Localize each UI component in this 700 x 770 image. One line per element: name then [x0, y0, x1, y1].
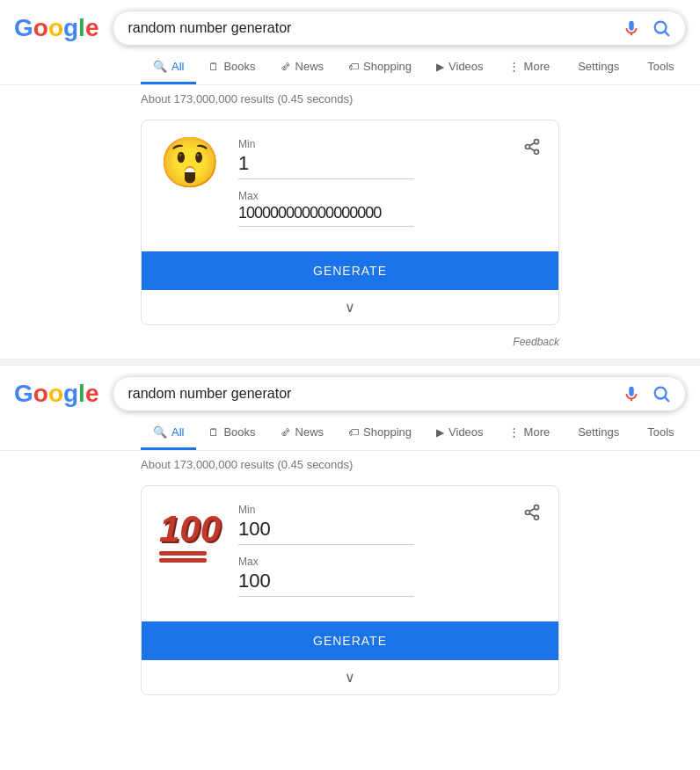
feedback-label-top: Feedback	[513, 336, 559, 348]
tab-videos-bottom[interactable]: ▶ Videos	[424, 417, 496, 450]
inputs-top-row: Min 1 Max 100000000000000000	[238, 138, 541, 237]
results-info-bottom: About 173,000,000 results (0.45 seconds)	[0, 451, 700, 478]
svg-line-5	[529, 148, 535, 150]
google-logo-top[interactable]: Google	[14, 14, 98, 42]
generator-card-top: 😲 Min 1 Max 100000000000000000	[141, 120, 559, 325]
min-value-bottom[interactable]: 100	[238, 518, 414, 545]
search-input-bottom[interactable]: random number generator	[128, 386, 622, 402]
section-top: Google random number generator 🔍 All	[0, 0, 700, 359]
svg-point-3	[526, 145, 530, 149]
header-bottom: Google random number generator	[0, 366, 700, 411]
tab-books-bottom[interactable]: 🗒 Books	[196, 417, 267, 450]
inputs-area-top: Min 1 Max 100000000000000000	[238, 138, 541, 237]
svg-point-2	[535, 140, 539, 144]
tab-videos-top[interactable]: ▶ Videos	[424, 51, 496, 84]
share-button-bottom[interactable]	[523, 504, 541, 525]
tab-all-icon-top: 🔍	[153, 60, 167, 73]
min-label-bottom: Min	[238, 504, 414, 516]
tab-all-bottom[interactable]: 🔍 All	[141, 417, 196, 450]
svg-line-12	[529, 513, 535, 516]
fields-top: Min 1 Max 100000000000000000	[238, 138, 414, 237]
tab-books-icon-bottom: 🗒	[208, 426, 219, 439]
google-logo-bottom[interactable]: Google	[14, 380, 98, 408]
tab-more-bottom[interactable]: ⋮ More	[496, 417, 563, 450]
feedback-top[interactable]: Feedback	[0, 332, 700, 359]
tab-books-top[interactable]: 🗒 Books	[196, 51, 267, 84]
min-value-top[interactable]: 1	[238, 152, 414, 179]
tab-videos-icon-bottom: ▶	[436, 426, 444, 439]
logo-g2-b: g	[63, 380, 78, 408]
min-label-top: Min	[238, 138, 414, 150]
tab-videos-label-bottom: Videos	[448, 425, 484, 439]
card-body-top: 😲 Min 1 Max 100000000000000000	[142, 120, 558, 251]
max-label-top: Max	[238, 190, 414, 202]
tab-more-label-bottom: More	[524, 425, 551, 439]
tab-tools-top[interactable]: Tools	[635, 51, 686, 84]
card-footer-bottom[interactable]: ∨	[142, 660, 558, 694]
tab-shopping-label-bottom: Shopping	[363, 425, 412, 439]
mic-icon-bottom[interactable]	[622, 384, 641, 403]
tab-news-icon-bottom: 🗞	[281, 426, 291, 439]
search-icons-top	[622, 18, 671, 38]
search-bar-bottom[interactable]: random number generator	[113, 376, 686, 411]
tab-shopping-label-top: Shopping	[363, 60, 412, 73]
logo-g: G	[14, 14, 33, 42]
generator-emoji-bottom: 100	[159, 504, 221, 563]
tab-shopping-icon-bottom: 🏷	[348, 426, 359, 439]
hundred-text: 100	[159, 511, 221, 548]
nav-tabs-bottom: 🔍 All 🗒 Books 🗞 News 🏷 Shopping ▶ Videos…	[0, 411, 700, 451]
svg-point-4	[535, 149, 539, 154]
generate-button-bottom[interactable]: GENERATE	[142, 621, 558, 660]
logo-o1-b: o	[33, 380, 48, 408]
logo-e: e	[85, 14, 99, 42]
tab-all-label-top: All	[171, 60, 184, 73]
max-field-bottom: Max 100	[238, 556, 414, 597]
svg-line-8	[665, 397, 668, 401]
hundred-underline	[159, 551, 207, 556]
tab-shopping-top[interactable]: 🏷 Shopping	[336, 51, 424, 84]
svg-line-6	[529, 142, 535, 145]
tab-videos-icon-top: ▶	[436, 61, 444, 73]
tab-tools-label-bottom: Tools	[647, 425, 674, 439]
logo-o1: o	[33, 14, 48, 42]
tab-settings-label-top: Settings	[578, 60, 619, 73]
logo-g2: g	[63, 14, 78, 42]
section-divider	[0, 359, 700, 366]
tab-more-top[interactable]: ⋮ More	[496, 51, 563, 84]
tab-more-icon-bottom: ⋮	[508, 425, 520, 439]
generate-button-top[interactable]: GENERATE	[142, 251, 558, 290]
tab-all-top[interactable]: 🔍 All	[141, 51, 196, 84]
logo-l-b: l	[78, 380, 85, 408]
generator-card-bottom: 100 Min 100 Max 100	[141, 485, 559, 695]
tab-settings-top[interactable]: Settings	[565, 51, 631, 84]
tab-settings-bottom[interactable]: Settings	[565, 417, 631, 450]
inputs-top-row-bottom: Min 100 Max 100	[238, 504, 541, 607]
tab-books-icon-top: 🗒	[208, 61, 219, 73]
search-icon-bottom[interactable]	[652, 384, 671, 403]
tab-tools-bottom[interactable]: Tools	[635, 417, 686, 450]
tab-more-label-top: More	[524, 60, 551, 73]
tab-tools-label-top: Tools	[647, 60, 674, 73]
logo-o2: o	[48, 14, 63, 42]
tab-more-icon-top: ⋮	[508, 60, 520, 73]
card-body-bottom: 100 Min 100 Max 100	[142, 486, 558, 621]
card-footer-top[interactable]: ∨	[142, 290, 558, 324]
search-icons-bottom	[622, 384, 671, 403]
fields-bottom: Min 100 Max 100	[238, 504, 414, 607]
search-input-top[interactable]: random number generator	[128, 20, 622, 36]
mic-icon-top[interactable]	[622, 18, 641, 38]
inputs-area-bottom: Min 100 Max 100	[238, 504, 541, 607]
tab-videos-label-top: Videos	[448, 60, 484, 73]
search-bar-top[interactable]: random number generator	[113, 11, 686, 46]
tab-news-icon-top: 🗞	[281, 61, 291, 73]
tab-news-top[interactable]: 🗞 News	[268, 51, 337, 84]
min-field-bottom: Min 100	[238, 504, 414, 545]
search-icon-top[interactable]	[652, 18, 671, 38]
max-value-top[interactable]: 100000000000000000	[238, 204, 414, 227]
tab-news-bottom[interactable]: 🗞 News	[268, 417, 337, 450]
tab-shopping-bottom[interactable]: 🏷 Shopping	[336, 417, 424, 450]
max-value-bottom[interactable]: 100	[238, 570, 414, 597]
tab-books-label-bottom: Books	[223, 425, 255, 439]
tab-shopping-icon-top: 🏷	[348, 61, 359, 73]
share-button-top[interactable]	[523, 138, 541, 159]
